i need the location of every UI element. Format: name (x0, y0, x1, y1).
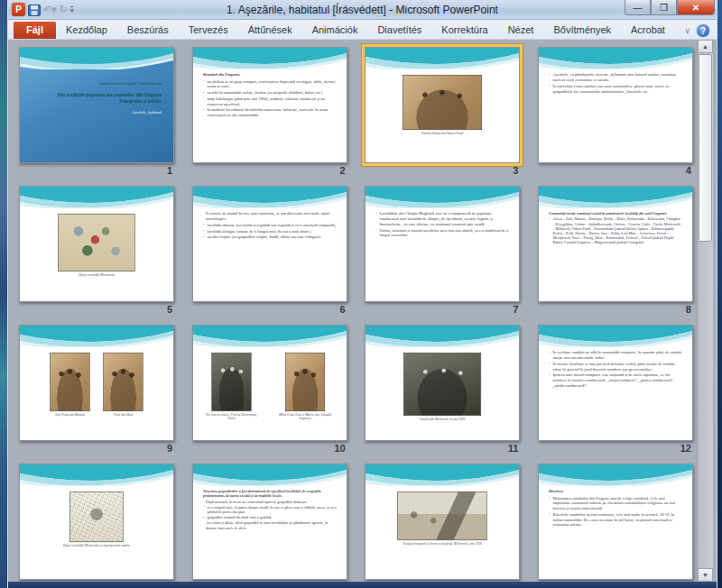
slide-photo (285, 353, 325, 411)
bullet-text: Bisericile românilor au fost construite,… (552, 512, 682, 528)
slide-cell-14: Structura gospodăriilor a fost determina… (192, 464, 347, 582)
restore-button[interactable]: ❐ (651, 0, 677, 15)
ribbon-tab-kezd-lap[interactable]: Kezdőlap (56, 22, 117, 39)
slide-number: 11 (365, 443, 520, 455)
slide-theme-wave-icon (20, 464, 173, 486)
slide-paragraph: Au existat și sălașe, adică gospodării î… (206, 521, 337, 530)
slide-number: 7 (365, 304, 520, 316)
slide-figure: Soții Poiea din Bătania (51, 353, 90, 417)
slide-sorter-view: Maria Gurzău Czeglédi – Emilia MartinDin… (8, 40, 717, 582)
slide-subtitle: Aşezările, habitatul (30, 110, 162, 115)
scroll-up-button[interactable]: ▲ (698, 40, 713, 53)
undo-icon[interactable]: ↶▾ (43, 4, 57, 15)
slide-number: 2 (192, 165, 347, 177)
scrollbar-thumb[interactable] (699, 54, 712, 242)
save-icon[interactable] (28, 4, 41, 15)
ribbon-tab-n-zet[interactable]: Nézet (498, 22, 544, 39)
slide-thumbnail-11[interactable]: Familie din Micherechi în anii 1930 (365, 325, 520, 441)
bullet-item: •gospodărie formată din două curți și gr… (203, 515, 337, 519)
slide-thumbnail-8[interactable]: Comunități rurale românești există în ur… (538, 186, 693, 302)
ribbon-tab-diavet-t-s[interactable]: Diavetítés (367, 22, 431, 39)
bullet-item: •Majoritatea românilor din Ungaria sunt … (549, 495, 682, 510)
powerpoint-app-icon[interactable]: P (12, 3, 25, 16)
slide-theme-wave-icon (193, 187, 347, 208)
bullet-item: •În fiecare localitate se mai pot încă d… (549, 362, 682, 372)
slide-theme-wave-icon (20, 187, 173, 208)
slide-heading: Comunități rurale românești există în ur… (549, 211, 682, 216)
redo-icon[interactable]: ↻ (60, 4, 68, 15)
slide-theme-wave-icon (193, 48, 347, 69)
powerpoint-window: P ↶▾ ↻ ▾ 1. Aşezările, habitatul [Írásvé… (7, 0, 717, 588)
bullet-text: nu alcătuiesc un grup compact, conviețui… (207, 78, 337, 89)
bullet-item: •Bisericile românilor au fost construite… (549, 512, 682, 528)
expand-ribbon-icon[interactable]: ∨ (684, 26, 690, 35)
ribbon-tab-b-v-tm-nyek[interactable]: Bővítmények (543, 22, 621, 39)
ribbon-tab--tt-n-sek[interactable]: Áttűnések (238, 22, 302, 39)
bullet-text: Așezările, cu pământurile aferente, deli… (552, 72, 682, 83)
vertical-scrollbar[interactable]: ▲ ▼ (697, 40, 713, 582)
slide-theme-wave-icon (539, 48, 692, 69)
photo-caption: Harta localității Micherechi (79, 273, 115, 277)
scroll-down-button[interactable]: ▼ (698, 568, 713, 582)
bullet-icon: • (203, 90, 208, 96)
slide-cell-11: Familie din Micherechi în anii 193011 (365, 325, 520, 455)
slide-thumbnail-12[interactable]: •În vechime românii au trăit în comunită… (538, 325, 693, 441)
bullet-icon: • (203, 515, 208, 519)
slide-cell-6: În funcție de modul în care sunt constru… (192, 186, 347, 316)
desktop-background-left (0, 0, 7, 588)
slide-paragraph: După structură, în trecut au existat dou… (206, 500, 337, 504)
bullet-item: •localități adunate (cu formă neregulată… (203, 223, 337, 228)
slide-photo (51, 353, 90, 411)
slide-cell-8: Comunități rurale românești există în ur… (538, 186, 693, 316)
slide-thumbnail-10[interactable]: Ilie Ana cu soacra, Florica Cherestéșan,… (192, 325, 347, 441)
slide-thumbnail-14[interactable]: Structura gospodăriilor a fost determina… (192, 464, 347, 580)
slide-figure: Ilie Ana cu soacra, Florica Cherestéșan,… (203, 353, 260, 420)
desktop-background-right (717, 0, 722, 588)
ribbon-tab-korrekt-ra[interactable]: Korrektúra (431, 22, 497, 39)
bullet-icon: • (203, 228, 208, 234)
ribbon-tab-anim-ci-k[interactable]: Animációk (302, 22, 368, 39)
minimize-button[interactable]: — (625, 0, 651, 15)
ribbon-tabs: FájlKezdőlapBeszúrásTervezésÁttűnésekAni… (8, 22, 675, 39)
slide-thumbnail-6[interactable]: În funcție de modul în care sunt constru… (192, 186, 347, 302)
slide-thumbnail-16[interactable]: Biserica:•Majoritatea românilor din Unga… (538, 464, 693, 580)
slide-thumbnail-4[interactable]: •Așezările, cu pământurile aferente, del… (538, 47, 693, 163)
bullet-item: •Forma, structura și funcția așezărilor … (375, 227, 509, 238)
ribbon-tab-besz-r-s[interactable]: Beszúrás (117, 22, 179, 39)
slide-theme-wave-icon (539, 464, 692, 486)
title-bar[interactable]: P ↶▾ ↻ ▾ 1. Aşezările, habitatul [Írásvé… (8, 0, 717, 20)
photo-caption: Ilie Ana cu soacra, Florica Cherestéșan,… (203, 413, 260, 420)
close-button[interactable]: ✕ (677, 0, 715, 15)
slide-thumbnail-1[interactable]: Maria Gurzău Czeglédi – Emilia MartinDin… (19, 47, 174, 163)
ribbon-tab-acrobat[interactable]: Acrobat (621, 22, 675, 39)
slide-photo (59, 214, 135, 271)
bullet-text: În vechime românii au trăit în comunităț… (552, 350, 682, 361)
slide-thumbnail-3[interactable]: Familia Hanțiu din Otlaca-Pustă (365, 47, 520, 163)
help-icon[interactable]: ? (697, 24, 709, 37)
slide-cell-5: Harta localității Micherechi5 (19, 186, 174, 316)
photo-caption: Soții Poiea din Bătania (55, 413, 85, 417)
slide-photo (403, 353, 481, 416)
slide-photo (403, 75, 482, 130)
bullet-item: •localități alungite (situate de-a lungu… (203, 228, 337, 234)
qat-customize-dropdown-icon[interactable]: ▾ (70, 6, 74, 14)
ribbon-tab-bar: FájlKezdőlapBeszúrásTervezésÁttűnésekAni… (8, 20, 717, 40)
slide-paragraph: În funcție de modul în care sunt constru… (206, 211, 337, 222)
slide-number: 1 (19, 165, 174, 177)
slide-thumbnail-9[interactable]: Soții Poiea din BătaniaPreot din Săcal (19, 325, 174, 441)
bullet-item: •în modelul lor cultural identificăm num… (203, 107, 337, 118)
bullet-text: Localitățile din Câmpia Maghiară care au… (380, 211, 510, 226)
slide-thumbnail-2[interactable]: Românii din Ungaria:•nu alcătuiesc un gr… (192, 47, 347, 163)
ribbon-tab-tervez-s[interactable]: Tervezés (179, 22, 238, 39)
ribbon-tab-f-jl[interactable]: Fájl (14, 22, 56, 39)
bullet-text: Ipoteza unei locuiri compacte este susți… (552, 372, 682, 388)
slide-thumbnail-7[interactable]: •Localitățile din Câmpia Maghiară care a… (365, 186, 520, 302)
slide-theme-wave-icon (366, 464, 519, 486)
slide-heading: Structura gospodăriilor a fost determina… (203, 489, 337, 498)
bullet-item: •Localitățile din Câmpia Maghiară care a… (375, 211, 509, 226)
slide-thumbnail-5[interactable]: Harta localității Micherechi (19, 186, 174, 302)
slide-thumbnail-13[interactable]: Harta localității Micherechi cu împrejur… (19, 464, 174, 580)
slide-theme-wave-icon (366, 187, 519, 208)
slide-thumbnail-15[interactable]: Strada principală cu biserica ortodoxă, … (365, 464, 520, 580)
bullet-text: Majoritatea românilor din Ungaria sunt d… (552, 495, 682, 510)
